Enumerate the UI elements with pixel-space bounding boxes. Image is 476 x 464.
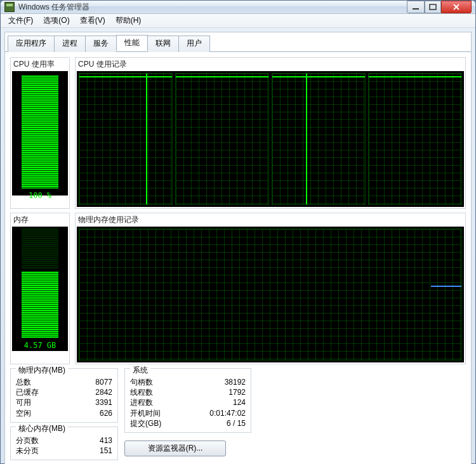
tab-processes[interactable]: 进程	[54, 36, 86, 52]
svg-rect-1	[430, 4, 436, 10]
menubar: 文件(F) 选项(O) 查看(V) 帮助(H)	[1, 14, 475, 28]
mem-history-box: 物理内存使用记录	[75, 213, 466, 364]
kernel-paged: 413	[100, 435, 112, 446]
tab-performance[interactable]: 性能	[116, 35, 148, 51]
tab-networking[interactable]: 联网	[147, 36, 179, 52]
window-title: Windows 任务管理器	[18, 2, 407, 13]
cpu-core-graph-1	[175, 73, 269, 205]
cpu-usage-label: CPU 使用率	[12, 59, 68, 71]
memory-meter-box: 内存 4.57 GB	[10, 213, 70, 364]
performance-panel: CPU 使用率 100 % CPU 使用记录 内存	[5, 51, 471, 464]
resource-monitor-button[interactable]: 资源监视器(R)...	[124, 441, 226, 456]
close-button[interactable]	[441, 1, 472, 13]
tab-strip: 应用程序 进程 服务 性能 联网 用户	[5, 32, 471, 51]
cpu-meter-box: CPU 使用率 100 %	[10, 57, 70, 209]
sys-handles: 38192	[225, 377, 246, 387]
system-group: 系统 句柄数38192 线程数1792 进程数124 开机时间0:01:47:0…	[124, 368, 251, 433]
content-area: 应用程序 进程 服务 性能 联网 用户 CPU 使用率 100 % CPU 使用…	[4, 32, 472, 464]
system-legend: 系统	[130, 365, 150, 376]
app-icon	[4, 2, 15, 12]
sys-commit: 6 / 15	[227, 418, 246, 428]
phys-avail: 3391	[95, 397, 112, 408]
minimize-button[interactable]	[407, 1, 425, 13]
maximize-button[interactable]	[425, 1, 441, 13]
kernel-nonpaged: 151	[100, 446, 112, 456]
tab-services[interactable]: 服务	[85, 36, 117, 52]
cpu-core-graph-2	[272, 73, 366, 205]
kernel-mem-legend: 核心内存(MB)	[16, 423, 68, 434]
cpu-core-graph-0	[79, 73, 173, 205]
menu-options[interactable]: 选项(O)	[38, 14, 74, 27]
sys-uptime: 0:01:47:02	[209, 408, 246, 418]
phys-mem-legend: 物理内存(MB)	[16, 365, 68, 376]
tab-users[interactable]: 用户	[178, 36, 210, 52]
sys-threads: 1792	[228, 387, 246, 397]
phys-cached: 2842	[95, 387, 112, 397]
stats-row: 物理内存(MB) 总数8077 已缓存2842 可用3391 空闲626 核心内…	[10, 368, 466, 460]
kernel-memory-group: 核心内存(MB) 分页数413 未分页151	[10, 427, 118, 460]
tab-applications[interactable]: 应用程序	[8, 36, 55, 52]
cpu-history-label: CPU 使用记录	[77, 59, 464, 71]
phys-total: 8077	[95, 377, 112, 387]
mem-history-label: 物理内存使用记录	[77, 215, 464, 227]
menu-file[interactable]: 文件(F)	[3, 14, 38, 27]
cpu-history-box: CPU 使用记录	[75, 57, 466, 209]
phys-free: 626	[100, 408, 112, 418]
memory-value: 4.57 GB	[13, 340, 67, 350]
sys-procs: 124	[233, 397, 246, 408]
menu-view[interactable]: 查看(V)	[75, 14, 110, 27]
memory-label: 内存	[12, 215, 68, 227]
cpu-core-graph-3	[368, 73, 462, 205]
svg-rect-0	[413, 8, 419, 10]
titlebar[interactable]: Windows 任务管理器	[1, 1, 475, 14]
mem-graph	[79, 229, 462, 361]
task-manager-window: Windows 任务管理器 文件(F) 选项(O) 查看(V) 帮助(H) 应用…	[0, 0, 476, 464]
cpu-usage-value: 100 %	[13, 190, 67, 201]
physical-memory-group: 物理内存(MB) 总数8077 已缓存2842 可用3391 空闲626	[10, 368, 118, 423]
menu-help[interactable]: 帮助(H)	[110, 14, 147, 27]
